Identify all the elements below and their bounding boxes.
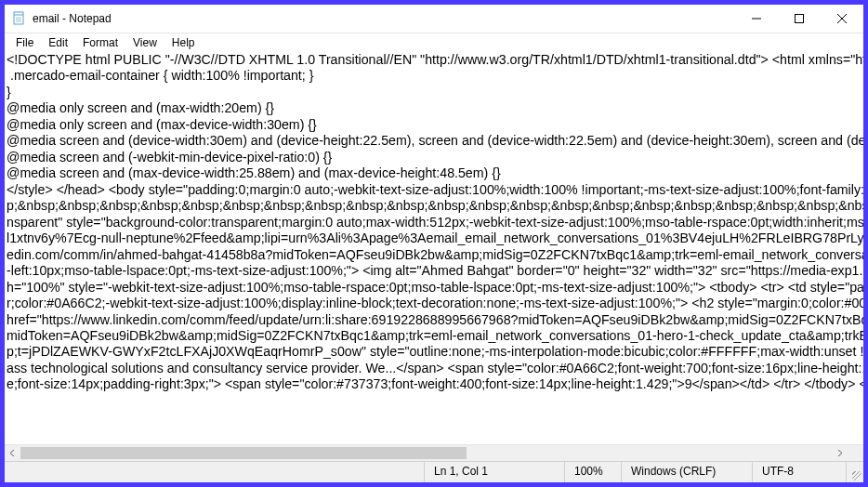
scrollbar-thumb[interactable] [20, 447, 467, 459]
menu-bar: File Edit Format View Help [5, 33, 863, 52]
window-title: email - Notepad [33, 12, 112, 25]
notepad-window: email - Notepad File Edit Format View He… [4, 4, 864, 483]
status-zoom: 100% [564, 462, 621, 482]
resize-grip[interactable] [846, 462, 863, 482]
scroll-corner [848, 444, 863, 461]
status-spacer [5, 462, 424, 482]
svg-rect-6 [796, 15, 804, 23]
minimize-button[interactable] [735, 5, 778, 33]
title-bar: email - Notepad [5, 5, 863, 33]
editor-viewport: <!DOCTYPE html PUBLIC "-//W3C//DTD XHTML… [5, 52, 863, 461]
status-eol: Windows (CRLF) [621, 462, 752, 482]
text-area[interactable]: <!DOCTYPE html PUBLIC "-//W3C//DTD XHTML… [5, 52, 863, 445]
menu-help[interactable]: Help [164, 35, 203, 50]
maximize-button[interactable] [778, 5, 821, 33]
scroll-right-button[interactable] [832, 445, 848, 461]
menu-edit[interactable]: Edit [41, 35, 75, 50]
menu-file[interactable]: File [8, 35, 41, 50]
status-bar: Ln 1, Col 1 100% Windows (CRLF) UTF-8 [5, 461, 863, 482]
close-button[interactable] [821, 5, 863, 33]
menu-format[interactable]: Format [75, 35, 125, 50]
scroll-left-button[interactable] [5, 445, 20, 461]
horizontal-scrollbar[interactable] [5, 444, 848, 461]
scrollbar-track[interactable] [20, 445, 832, 461]
status-position: Ln 1, Col 1 [424, 462, 564, 482]
notepad-icon [12, 11, 27, 26]
menu-view[interactable]: View [125, 35, 164, 50]
status-encoding: UTF-8 [752, 462, 846, 482]
